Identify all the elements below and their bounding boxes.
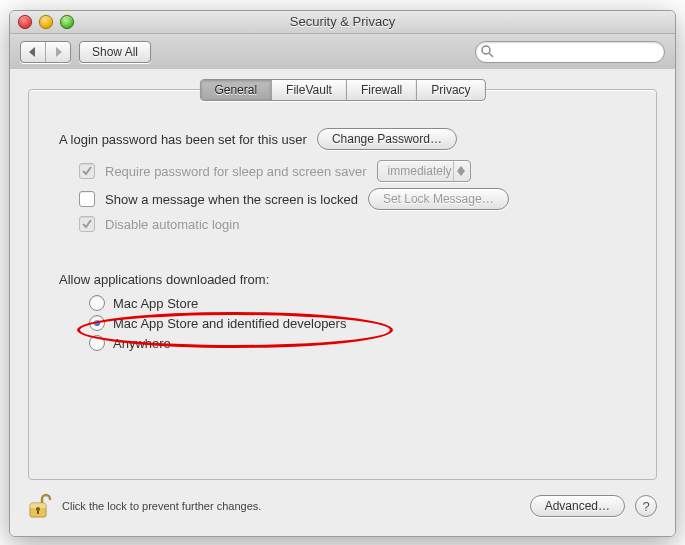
svg-marker-5 [457,171,465,176]
radio-icon [89,295,105,311]
svg-marker-0 [29,47,35,57]
show-message-checkbox[interactable] [79,191,95,207]
footer: Click the lock to prevent further change… [28,488,657,524]
check-icon [82,219,92,229]
show-all-button[interactable]: Show All [79,41,151,63]
tab-filevault[interactable]: FileVault [272,80,347,100]
toolbar: Show All [10,34,675,71]
show-message-label: Show a message when the screen is locked [105,192,358,207]
search-input[interactable] [498,44,658,60]
nav-back-forward [20,41,71,63]
advanced-button[interactable]: Advanced… [530,495,625,517]
minimize-button[interactable] [39,15,53,29]
tab-privacy[interactable]: Privacy [417,80,484,100]
close-button[interactable] [18,15,32,29]
disable-auto-login-label: Disable automatic login [105,217,239,232]
set-lock-message-button[interactable]: Set Lock Message… [368,188,509,210]
svg-rect-9 [37,509,39,514]
disable-auto-login-checkbox[interactable] [79,216,95,232]
change-password-button[interactable]: Change Password… [317,128,457,150]
radio-icon [89,335,105,351]
prefs-window: Security & Privacy Show All General [9,10,676,537]
back-button[interactable] [21,42,46,62]
svg-point-2 [482,46,490,54]
gatekeeper-option-mas[interactable]: Mac App Store [59,295,626,311]
search-icon [481,45,494,58]
popup-arrows-icon [453,161,468,181]
window-title: Security & Privacy [290,14,395,29]
gatekeeper-options: Mac App Store Mac App Store and identifi… [59,295,626,351]
tab-bar: General FileVault Firewall Privacy [199,79,485,101]
tab-firewall[interactable]: Firewall [347,80,417,100]
require-password-label: Require password for sleep and screen sa… [105,164,367,179]
check-icon [82,166,92,176]
window-controls [18,15,74,29]
general-pane: A login password has been set for this u… [28,89,657,480]
show-all-label: Show All [92,45,138,59]
help-button[interactable]: ? [635,495,657,517]
unlocked-lock-icon [28,492,52,520]
svg-line-3 [489,53,493,57]
gatekeeper-heading: Allow applications downloaded from: [59,272,269,287]
zoom-button[interactable] [60,15,74,29]
login-password-text: A login password has been set for this u… [59,132,307,147]
require-password-delay-popup[interactable]: immediately [377,160,471,182]
svg-marker-1 [56,47,62,57]
tab-general[interactable]: General [200,80,272,100]
gatekeeper-option-identified[interactable]: Mac App Store and identified developers [59,315,626,331]
require-password-checkbox[interactable] [79,163,95,179]
content: General FileVault Firewall Privacy A log… [10,69,675,536]
lock-button[interactable] [28,492,52,520]
radio-icon [89,315,105,331]
search-field[interactable] [475,41,665,63]
gatekeeper-option-anywhere[interactable]: Anywhere [59,335,626,351]
lock-help-text: Click the lock to prevent further change… [62,500,261,512]
forward-button[interactable] [46,42,70,62]
titlebar: Security & Privacy [10,11,675,34]
